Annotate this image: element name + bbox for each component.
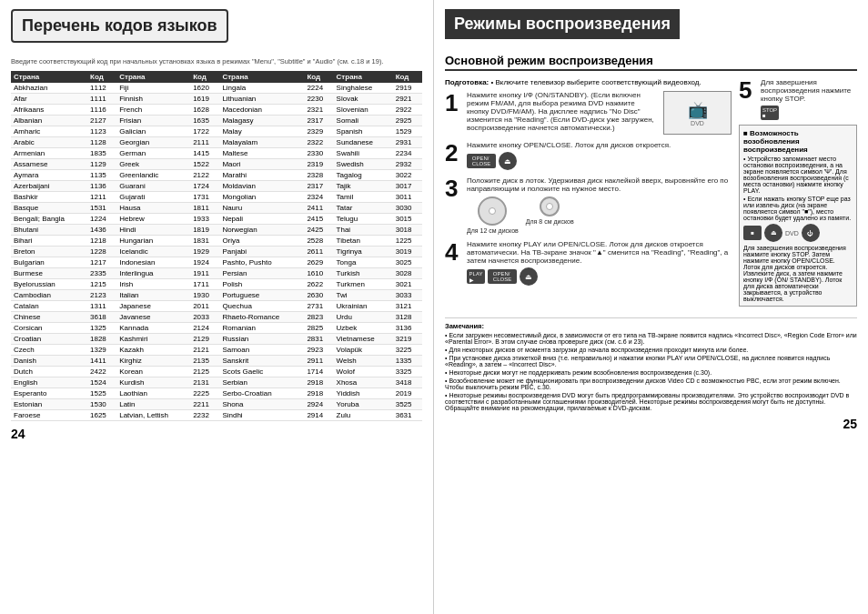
step3-num: 3 <box>445 176 463 200</box>
step2-buttons: OPEN/CLOSE ⏏ <box>467 152 732 170</box>
subtitle: Введите соответствующий код при начальны… <box>11 57 422 65</box>
table-row: Basque1531Hausa1811Nauru2411Tatar3030 <box>11 203 422 214</box>
table-cell: 2211 <box>190 399 219 410</box>
col-header-code1: Код <box>87 71 116 83</box>
table-cell: Armenian <box>11 148 87 159</box>
prep-title: Подготовка: <box>445 78 489 86</box>
table-row: Burmese2335Interlingua1911Persian1610Tur… <box>11 268 422 279</box>
table-cell: 2324 <box>304 192 333 203</box>
table-cell: Guarani <box>116 181 190 192</box>
col-header-code3: Код <box>304 71 333 83</box>
table-cell: 1731 <box>190 192 219 203</box>
table-cell: 2611 <box>304 247 333 257</box>
table-cell: 3033 <box>393 290 422 301</box>
table-cell: 2135 <box>190 356 219 367</box>
stop-button-area: STOP■ <box>761 106 857 120</box>
table-cell: 2415 <box>304 214 333 225</box>
table-cell: Breton <box>11 247 87 257</box>
table-cell: Vietnamese <box>334 334 393 345</box>
table-cell: Latin <box>116 399 190 410</box>
table-cell: 3018 <box>393 225 422 236</box>
table-row: Abkhazian1112Fiji1620Lingala2224Singhale… <box>11 83 422 94</box>
notes-section: Замечания: • Если загружен несовместимый… <box>445 317 857 411</box>
col-header-country4: Страна <box>334 71 393 83</box>
table-row: Amharic1123Galician1722Malay2329Spanish1… <box>11 126 422 137</box>
resume-buttons: ■ ⏏ DVD ⏻ <box>743 224 853 242</box>
table-row: Byelorussian1215Irish1711Polish2622Turkm… <box>11 279 422 290</box>
table-cell: Telugu <box>334 214 393 225</box>
table-cell: Czech <box>11 345 87 356</box>
table-cell: Tagalog <box>334 170 393 181</box>
table-cell: Byelorussian <box>11 279 87 290</box>
table-cell: Italian <box>116 290 190 301</box>
step3-text: Положите диск в лоток. Удерживая диск на… <box>463 176 732 234</box>
table-cell: 3219 <box>393 334 422 345</box>
table-cell: 2922 <box>393 105 422 116</box>
table-cell: 1129 <box>87 159 116 170</box>
table-cell: 1522 <box>190 159 219 170</box>
table-cell: 3021 <box>393 279 422 290</box>
table-cell: Kashmiri <box>116 334 190 345</box>
table-cell: Interlingua <box>116 268 190 279</box>
disc-hole-large <box>489 207 496 215</box>
table-cell: Laothian <box>116 388 190 399</box>
table-row: Afrikaans1116French1628Macedonian2321Slo… <box>11 105 422 116</box>
table-cell: 2319 <box>304 159 333 170</box>
disc-12cm-label: Для 12 см дисков <box>467 227 519 234</box>
eject-icon2: ⏏ <box>520 267 538 286</box>
table-row: Aymara1135Greenlandic2122Marathi2328Taga… <box>11 170 422 181</box>
table-cell: Lingala <box>219 83 304 94</box>
table-cell: Sundanese <box>334 137 393 148</box>
table-cell: Persian <box>219 268 304 279</box>
table-cell: 1228 <box>87 247 116 257</box>
table-cell: Slovak <box>334 94 393 105</box>
table-cell: Panjabi <box>219 247 304 257</box>
table-row: Afar1111Finnish1619Lithuanian2230Slovak2… <box>11 94 422 105</box>
table-cell: Macedonian <box>219 105 304 116</box>
table-cell: 2914 <box>304 410 333 421</box>
table-cell: Uzbek <box>334 323 393 334</box>
table-cell: 2111 <box>190 137 219 148</box>
table-cell: Romanian <box>219 323 304 334</box>
table-cell: Dutch <box>11 367 87 377</box>
table-cell: 3325 <box>393 367 422 377</box>
table-cell: Tajik <box>334 181 393 192</box>
note-item: • При установке диска этикеткой вниз (т.… <box>445 355 857 367</box>
table-cell: Kazakh <box>116 345 190 356</box>
table-cell: 2622 <box>304 279 333 290</box>
resume-bullet-1: • Устройство запоминает место остановки … <box>743 156 853 194</box>
table-row: Danish1411Kirghiz2135Sanskrit2911Welsh13… <box>11 356 422 367</box>
disc-12cm: Для 12 см дисков <box>467 196 519 234</box>
table-row: Catalan1311Japanese2011Quechua2731Ukrain… <box>11 301 422 312</box>
table-cell: 2425 <box>304 225 333 236</box>
table-cell: 1714 <box>304 367 333 377</box>
table-cell: Slovenian <box>334 105 393 116</box>
table-row: Czech1329Kazakh2121Samoan2923Volapük3225 <box>11 345 422 356</box>
table-cell: Aymara <box>11 170 87 181</box>
disc-8cm-label: Для 8 см дисков <box>526 218 574 225</box>
table-row: Bashkir1211Gujarati1731Mongolian2324Tami… <box>11 192 422 203</box>
table-cell: Sindhi <box>219 410 304 421</box>
col-header-country3: Страна <box>219 71 304 83</box>
table-row: Armenian1835German1415Maltese2330Swahili… <box>11 148 422 159</box>
table-cell: Tamil <box>334 192 393 203</box>
table-row: Albanian2127Frisian1635Malagasy2317Somal… <box>11 116 422 126</box>
table-cell: 1835 <box>87 148 116 159</box>
table-row: Dutch2422Korean2125Scots Gaelic1714Wolof… <box>11 367 422 377</box>
table-cell: Tigrinya <box>334 247 393 257</box>
open-close-btn: OPEN/CLOSE <box>467 154 496 168</box>
table-cell: 3019 <box>393 247 422 257</box>
step1-num: 1 <box>445 91 463 115</box>
table-cell: Corsican <box>11 323 87 334</box>
table-cell: 2731 <box>304 301 333 312</box>
table-cell: Yiddish <box>334 388 393 399</box>
table-cell: 3136 <box>393 323 422 334</box>
table-cell: 2033 <box>190 312 219 323</box>
step4-num: 4 <box>445 240 463 264</box>
table-cell: Estonian <box>11 399 87 410</box>
step-4: 4 Нажмите кнопку PLAY или OPEN/CLOSE. Ло… <box>445 240 732 286</box>
table-row: Bihari1218Hungarian1831Oriya2528Tibetan1… <box>11 236 422 247</box>
table-cell: Bengali; Bangla <box>11 214 87 225</box>
table-cell: Gujarati <box>116 192 190 203</box>
table-cell: Tibetan <box>334 236 393 247</box>
